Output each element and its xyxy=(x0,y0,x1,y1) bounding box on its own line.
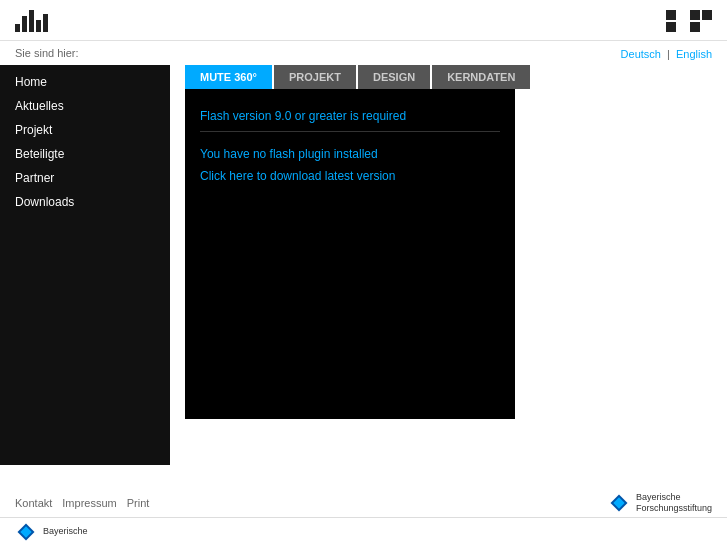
logo-cell xyxy=(666,10,676,20)
sidebar-item-beteiligte[interactable]: Beteiligte xyxy=(0,142,170,166)
tab-projekt[interactable]: PROJEKT xyxy=(274,65,356,89)
bar2 xyxy=(22,16,27,32)
sidebar: Home Aktuelles Projekt Beteiligte Partne… xyxy=(0,65,170,465)
tab-design[interactable]: DESIGN xyxy=(358,65,430,89)
bar3 xyxy=(29,10,34,32)
logo-cell xyxy=(690,10,700,20)
flash-message-1: Flash version 9.0 or greater is required xyxy=(200,109,500,132)
bayerische-logo: Bayerische Forschungsstiftung xyxy=(608,492,712,515)
bottom-bayerische-text: Bayerische xyxy=(43,526,88,538)
sidebar-item-projekt[interactable]: Projekt xyxy=(0,118,170,142)
main-layout: Home Aktuelles Projekt Beteiligte Partne… xyxy=(0,65,727,465)
bar1 xyxy=(15,24,20,32)
footer: Kontakt Impressum Print Bayerische Forsc… xyxy=(0,492,727,515)
bottom-bayerische: Bayerische xyxy=(15,521,88,543)
bayerische-text: Bayerische Forschungsstiftung xyxy=(636,492,712,515)
footer-link-impressum[interactable]: Impressum xyxy=(62,497,116,509)
sidebar-item-home[interactable]: Home xyxy=(0,70,170,94)
flash-download-link[interactable]: Click here to download latest version xyxy=(200,169,500,183)
bar5 xyxy=(43,14,48,32)
logo-cell xyxy=(690,22,700,32)
logo-cell xyxy=(702,22,712,32)
footer-link-kontakt[interactable]: Kontakt xyxy=(15,497,52,509)
footer-link-print[interactable]: Print xyxy=(127,497,150,509)
logo-cell xyxy=(678,22,688,32)
sidebar-item-partner[interactable]: Partner xyxy=(0,166,170,190)
content-area: MUTE 360° PROJEKT DESIGN KERNDATEN Flash… xyxy=(170,65,727,465)
logo-left xyxy=(15,10,48,32)
flash-message-2: You have no flash plugin installed xyxy=(200,147,500,161)
breadcrumb-label: Sie sind hier: xyxy=(15,47,79,59)
tabs-bar: MUTE 360° PROJEKT DESIGN KERNDATEN xyxy=(185,65,712,89)
sidebar-item-downloads[interactable]: Downloads xyxy=(0,190,170,214)
tab-mute360[interactable]: MUTE 360° xyxy=(185,65,272,89)
sidebar-item-aktuelles[interactable]: Aktuelles xyxy=(0,94,170,118)
lang-separator: | xyxy=(667,48,670,60)
logo-cell xyxy=(666,22,676,32)
footer-links: Kontakt Impressum Print xyxy=(15,497,149,509)
logo-cell xyxy=(678,10,688,20)
lang-english[interactable]: English xyxy=(676,48,712,60)
header xyxy=(0,0,727,41)
tab-kerndaten[interactable]: KERNDATEN xyxy=(432,65,530,89)
bottom-strip: Bayerische xyxy=(0,517,727,545)
logo-cell xyxy=(702,10,712,20)
lang-deutsch[interactable]: Deutsch xyxy=(621,48,661,60)
logo-right xyxy=(666,10,712,32)
bar4 xyxy=(36,20,41,32)
breadcrumb: Sie sind hier: xyxy=(0,41,727,65)
bayerische-diamond-icon xyxy=(608,492,630,514)
language-switcher: Deutsch | English xyxy=(621,48,712,60)
bottom-diamond-icon xyxy=(15,521,37,543)
flash-container: Flash version 9.0 or greater is required… xyxy=(185,89,515,419)
